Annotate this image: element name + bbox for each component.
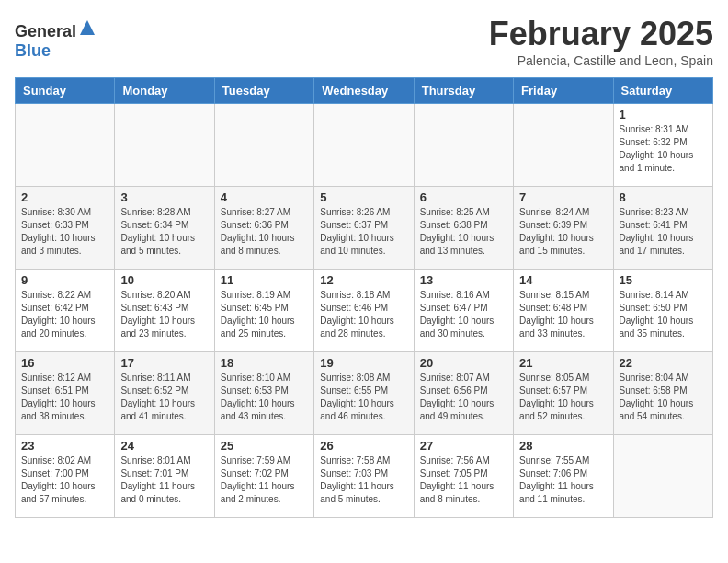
calendar: SundayMondayTuesdayWednesdayThursdayFrid… xyxy=(15,77,713,518)
day-cell xyxy=(414,104,513,187)
weekday-header-friday: Friday xyxy=(514,78,613,104)
day-info: Sunrise: 8:18 AM Sunset: 6:46 PM Dayligh… xyxy=(320,289,407,340)
day-info: Sunrise: 8:16 AM Sunset: 6:47 PM Dayligh… xyxy=(420,289,507,340)
week-row-1: 1Sunrise: 8:31 AM Sunset: 6:32 PM Daylig… xyxy=(16,104,713,187)
weekday-header-row: SundayMondayTuesdayWednesdayThursdayFrid… xyxy=(16,78,713,104)
day-info: Sunrise: 7:59 AM Sunset: 7:02 PM Dayligh… xyxy=(221,454,308,506)
title-section: February 2025 Palencia, Castille and Leo… xyxy=(489,15,713,68)
day-number: 23 xyxy=(21,439,108,453)
weekday-header-wednesday: Wednesday xyxy=(314,78,414,104)
day-info: Sunrise: 7:58 AM Sunset: 7:03 PM Dayligh… xyxy=(320,454,407,506)
weekday-header-tuesday: Tuesday xyxy=(214,78,313,104)
week-row-4: 16Sunrise: 8:12 AM Sunset: 6:51 PM Dayli… xyxy=(16,352,713,435)
day-number: 8 xyxy=(620,190,707,204)
day-cell: 16Sunrise: 8:12 AM Sunset: 6:51 PM Dayli… xyxy=(16,352,115,435)
logo-icon xyxy=(78,18,97,37)
day-info: Sunrise: 8:02 AM Sunset: 7:00 PM Dayligh… xyxy=(21,454,108,506)
weekday-header-sunday: Sunday xyxy=(16,78,115,104)
day-cell: 20Sunrise: 8:07 AM Sunset: 6:56 PM Dayli… xyxy=(414,352,513,435)
day-info: Sunrise: 8:23 AM Sunset: 6:41 PM Dayligh… xyxy=(620,206,707,258)
day-info: Sunrise: 8:27 AM Sunset: 6:36 PM Dayligh… xyxy=(221,206,308,258)
day-cell: 24Sunrise: 8:01 AM Sunset: 7:01 PM Dayli… xyxy=(115,435,214,518)
day-cell: 2Sunrise: 8:30 AM Sunset: 6:33 PM Daylig… xyxy=(16,187,115,270)
day-cell: 3Sunrise: 8:28 AM Sunset: 6:34 PM Daylig… xyxy=(115,187,214,270)
day-info: Sunrise: 8:08 AM Sunset: 6:55 PM Dayligh… xyxy=(320,372,407,423)
day-cell: 8Sunrise: 8:23 AM Sunset: 6:41 PM Daylig… xyxy=(613,187,712,270)
day-cell xyxy=(613,435,712,518)
day-cell: 5Sunrise: 8:26 AM Sunset: 6:37 PM Daylig… xyxy=(314,187,414,270)
day-info: Sunrise: 8:10 AM Sunset: 6:53 PM Dayligh… xyxy=(221,372,308,423)
day-cell: 6Sunrise: 8:25 AM Sunset: 6:38 PM Daylig… xyxy=(414,187,513,270)
day-info: Sunrise: 8:05 AM Sunset: 6:57 PM Dayligh… xyxy=(519,372,607,423)
week-row-2: 2Sunrise: 8:30 AM Sunset: 6:33 PM Daylig… xyxy=(16,187,713,270)
day-cell: 23Sunrise: 8:02 AM Sunset: 7:00 PM Dayli… xyxy=(16,435,115,518)
day-number: 1 xyxy=(620,108,707,121)
day-number: 7 xyxy=(519,190,607,204)
day-cell: 28Sunrise: 7:55 AM Sunset: 7:06 PM Dayli… xyxy=(514,435,613,518)
day-cell xyxy=(214,104,313,187)
day-cell: 25Sunrise: 7:59 AM Sunset: 7:02 PM Dayli… xyxy=(214,435,313,518)
day-number: 19 xyxy=(320,356,407,370)
day-cell: 18Sunrise: 8:10 AM Sunset: 6:53 PM Dayli… xyxy=(214,352,313,435)
day-number: 11 xyxy=(221,273,308,287)
day-number: 13 xyxy=(420,273,507,287)
day-number: 10 xyxy=(120,273,208,287)
day-number: 6 xyxy=(420,190,507,204)
day-info: Sunrise: 8:15 AM Sunset: 6:48 PM Dayligh… xyxy=(519,289,607,340)
day-number: 12 xyxy=(320,273,407,287)
day-cell: 7Sunrise: 8:24 AM Sunset: 6:39 PM Daylig… xyxy=(514,187,613,270)
day-info: Sunrise: 8:30 AM Sunset: 6:33 PM Dayligh… xyxy=(21,206,108,258)
day-cell xyxy=(314,104,414,187)
day-number: 4 xyxy=(221,190,308,204)
day-cell: 17Sunrise: 8:11 AM Sunset: 6:52 PM Dayli… xyxy=(115,352,214,435)
day-cell: 22Sunrise: 8:04 AM Sunset: 6:58 PM Dayli… xyxy=(613,352,712,435)
day-info: Sunrise: 8:19 AM Sunset: 6:45 PM Dayligh… xyxy=(221,289,308,340)
day-number: 16 xyxy=(21,356,108,370)
day-number: 25 xyxy=(221,439,308,453)
logo: General Blue xyxy=(15,18,97,61)
day-info: Sunrise: 8:24 AM Sunset: 6:39 PM Dayligh… xyxy=(519,206,607,258)
day-number: 9 xyxy=(21,273,108,287)
day-number: 2 xyxy=(21,190,108,204)
month-title: February 2025 xyxy=(489,15,713,53)
day-info: Sunrise: 8:04 AM Sunset: 6:58 PM Dayligh… xyxy=(620,372,707,423)
day-number: 14 xyxy=(519,273,607,287)
day-number: 15 xyxy=(620,273,707,287)
day-cell: 13Sunrise: 8:16 AM Sunset: 6:47 PM Dayli… xyxy=(414,270,513,352)
day-info: Sunrise: 8:22 AM Sunset: 6:42 PM Dayligh… xyxy=(21,289,108,340)
day-number: 20 xyxy=(420,356,507,370)
day-info: Sunrise: 8:14 AM Sunset: 6:50 PM Dayligh… xyxy=(620,289,707,340)
day-info: Sunrise: 8:12 AM Sunset: 6:51 PM Dayligh… xyxy=(21,372,108,423)
day-number: 18 xyxy=(221,356,308,370)
day-number: 17 xyxy=(120,356,208,370)
svg-marker-0 xyxy=(80,20,95,35)
day-info: Sunrise: 8:07 AM Sunset: 6:56 PM Dayligh… xyxy=(420,372,507,423)
day-number: 26 xyxy=(320,439,407,453)
weekday-header-monday: Monday xyxy=(115,78,214,104)
day-cell: 15Sunrise: 8:14 AM Sunset: 6:50 PM Dayli… xyxy=(613,270,712,352)
day-cell: 1Sunrise: 8:31 AM Sunset: 6:32 PM Daylig… xyxy=(613,104,712,187)
day-info: Sunrise: 8:26 AM Sunset: 6:37 PM Dayligh… xyxy=(320,206,407,258)
logo-general: General xyxy=(15,22,76,40)
day-info: Sunrise: 7:56 AM Sunset: 7:05 PM Dayligh… xyxy=(420,454,507,506)
week-row-3: 9Sunrise: 8:22 AM Sunset: 6:42 PM Daylig… xyxy=(16,270,713,352)
day-cell: 10Sunrise: 8:20 AM Sunset: 6:43 PM Dayli… xyxy=(115,270,214,352)
day-cell: 26Sunrise: 7:58 AM Sunset: 7:03 PM Dayli… xyxy=(314,435,414,518)
day-cell xyxy=(16,104,115,187)
day-number: 28 xyxy=(519,439,607,453)
day-info: Sunrise: 7:55 AM Sunset: 7:06 PM Dayligh… xyxy=(519,454,607,506)
subtitle: Palencia, Castille and Leon, Spain xyxy=(489,53,713,68)
day-info: Sunrise: 8:28 AM Sunset: 6:34 PM Dayligh… xyxy=(120,206,208,258)
day-number: 21 xyxy=(519,356,607,370)
day-cell: 11Sunrise: 8:19 AM Sunset: 6:45 PM Dayli… xyxy=(214,270,313,352)
week-row-5: 23Sunrise: 8:02 AM Sunset: 7:00 PM Dayli… xyxy=(16,435,713,518)
day-cell: 19Sunrise: 8:08 AM Sunset: 6:55 PM Dayli… xyxy=(314,352,414,435)
day-cell: 27Sunrise: 7:56 AM Sunset: 7:05 PM Dayli… xyxy=(414,435,513,518)
day-cell: 4Sunrise: 8:27 AM Sunset: 6:36 PM Daylig… xyxy=(214,187,313,270)
day-number: 27 xyxy=(420,439,507,453)
weekday-header-thursday: Thursday xyxy=(414,78,513,104)
weekday-header-saturday: Saturday xyxy=(613,78,712,104)
day-info: Sunrise: 8:25 AM Sunset: 6:38 PM Dayligh… xyxy=(420,206,507,258)
day-cell xyxy=(514,104,613,187)
day-cell: 9Sunrise: 8:22 AM Sunset: 6:42 PM Daylig… xyxy=(16,270,115,352)
